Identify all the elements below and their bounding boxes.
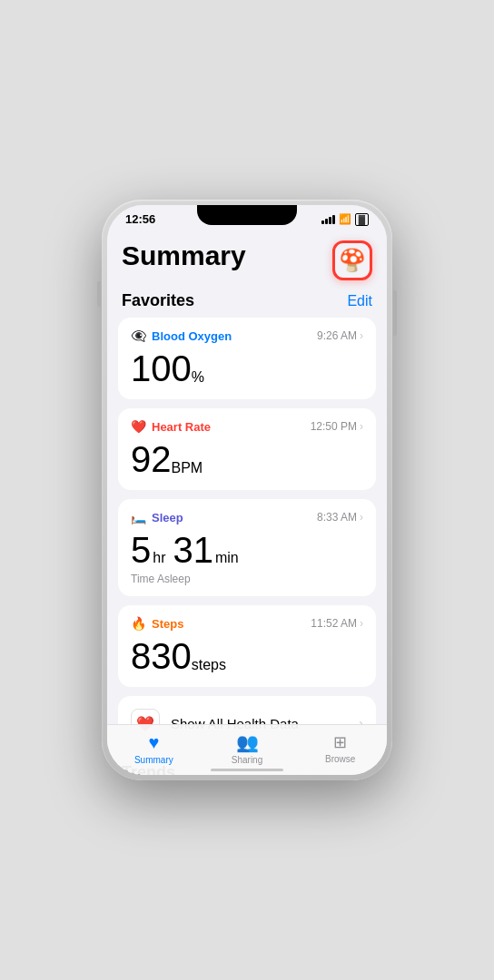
sleep-label: 🛏️ Sleep — [131, 510, 183, 524]
sleep-minutes-value: 31 — [173, 530, 213, 571]
chevron-right-icon: › — [360, 420, 363, 433]
home-indicator — [211, 769, 283, 771]
heart-rate-card-header: ❤️ Heart Rate 12:50 PM › — [131, 419, 363, 434]
sleep-time: 8:33 AM › — [317, 511, 363, 524]
heart-rate-label: ❤️ Heart Rate — [131, 419, 211, 434]
sleep-icon: 🛏️ — [131, 510, 146, 524]
heart-rate-value-row: 92BPM — [131, 439, 363, 479]
steps-value-row: 830steps — [131, 636, 363, 676]
status-icons: 📶 ▓ — [321, 213, 369, 226]
blood-oxygen-card-header: 👁️‍🗨️ Blood Oxygen 9:26 AM › — [131, 328, 363, 343]
tab-summary[interactable]: ♥ Summary — [107, 732, 201, 765]
sleep-minutes-unit: min — [215, 550, 239, 566]
heart-rate-value: 92 — [131, 439, 172, 479]
tab-bar: ♥ Summary 👥 Sharing ⊞ Browse — [107, 724, 387, 775]
blood-oxygen-value-row: 100% — [131, 348, 363, 388]
sleep-subtitle: Time Asleep — [131, 573, 363, 585]
tab-sharing[interactable]: 👥 Sharing — [201, 731, 294, 765]
phone-screen: 12:56 📶 ▓ Summary 🍄 — [107, 205, 387, 775]
phone-frame: 12:56 📶 ▓ Summary 🍄 — [102, 200, 392, 780]
heart-rate-icon: ❤️ — [131, 419, 146, 434]
blood-oxygen-label: 👁️‍🗨️ Blood Oxygen — [131, 328, 232, 343]
header: Summary 🍄 — [107, 230, 387, 288]
sleep-card[interactable]: 🛏️ Sleep 8:33 AM › 5 hr 31 min Time Asle… — [118, 499, 376, 596]
chevron-right-icon: › — [360, 617, 363, 630]
steps-card[interactable]: 🔥 Steps 11:52 AM › 830steps — [118, 605, 376, 687]
page-title: Summary — [122, 240, 246, 271]
steps-time: 11:52 AM › — [311, 617, 363, 630]
blood-oxygen-value: 100 — [131, 348, 192, 388]
steps-card-header: 🔥 Steps 11:52 AM › — [131, 616, 363, 631]
chevron-right-icon: › — [360, 329, 363, 342]
profile-emoji: 🍄 — [339, 248, 366, 273]
blood-oxygen-time: 9:26 AM › — [317, 329, 363, 342]
favorites-title: Favorites — [122, 291, 194, 310]
tab-browse[interactable]: ⊞ Browse — [293, 732, 387, 764]
battery-icon: ▓ — [355, 213, 369, 226]
browse-tab-icon: ⊞ — [333, 732, 347, 752]
chevron-right-icon: › — [360, 511, 363, 524]
sharing-tab-icon: 👥 — [236, 731, 259, 753]
favorites-section-header: Favorites Edit — [107, 288, 387, 318]
edit-button[interactable]: Edit — [347, 293, 372, 309]
blood-oxygen-unit: % — [192, 369, 204, 385]
summary-tab-icon: ♥ — [148, 732, 159, 753]
signal-icon — [321, 215, 335, 224]
wifi-icon: 📶 — [339, 213, 351, 225]
browse-tab-label: Browse — [325, 754, 355, 764]
sleep-value-row: 5 hr 31 min — [131, 530, 363, 571]
steps-unit: steps — [192, 657, 226, 672]
summary-tab-label: Summary — [134, 755, 173, 765]
status-time: 12:56 — [125, 212, 155, 226]
profile-icon-button[interactable]: 🍄 — [332, 240, 372, 280]
notch — [197, 205, 297, 225]
sleep-hours-value: 5 — [131, 530, 151, 571]
steps-icon: 🔥 — [131, 616, 146, 631]
steps-label: 🔥 Steps — [131, 616, 183, 631]
sharing-tab-label: Sharing — [232, 755, 262, 765]
blood-oxygen-icon: 👁️‍🗨️ — [131, 328, 146, 343]
heart-rate-time: 12:50 PM › — [311, 420, 363, 433]
steps-value: 830 — [131, 636, 192, 676]
heart-rate-card[interactable]: ❤️ Heart Rate 12:50 PM › 92BPM — [118, 408, 376, 490]
heart-rate-unit: BPM — [172, 460, 203, 475]
sleep-hours-unit: hr — [153, 550, 165, 566]
screen-content[interactable]: Summary 🍄 Favorites Edit 👁️‍🗨️ Blood Oxy… — [107, 230, 387, 775]
blood-oxygen-card[interactable]: 👁️‍🗨️ Blood Oxygen 9:26 AM › 100% — [118, 318, 376, 399]
sleep-card-header: 🛏️ Sleep 8:33 AM › — [131, 510, 363, 524]
